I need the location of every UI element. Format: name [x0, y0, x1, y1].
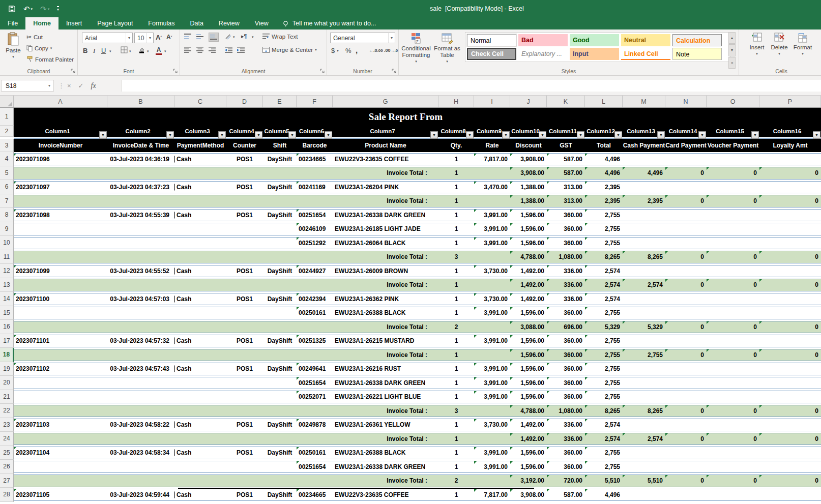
cell-O8[interactable]: [707, 210, 759, 221]
italic-button[interactable]: I: [93, 47, 95, 55]
cell-P20[interactable]: [759, 377, 821, 389]
filter-dropdown-icon[interactable]: ▼: [539, 131, 546, 139]
cell-K15[interactable]: 360.00: [547, 307, 585, 319]
cell-F19[interactable]: 00249641: [297, 363, 333, 375]
cell-A7[interactable]: [14, 195, 107, 207]
cell-D11[interactable]: [226, 251, 263, 263]
cell-M24[interactable]: 2,574: [623, 433, 665, 445]
filter-dropdown-icon[interactable]: ▼: [502, 131, 510, 139]
cell-G9[interactable]: EWU23A1-26185 LIGHT JADE: [333, 223, 438, 235]
cell-A17[interactable]: 2023071101: [14, 335, 107, 347]
cell-K24[interactable]: 336.00: [547, 433, 585, 445]
style-chip-normal[interactable]: Normal: [467, 34, 516, 46]
style-chip-check-cell[interactable]: Check Cell: [467, 48, 516, 60]
cell-C11[interactable]: [174, 251, 226, 263]
cell-N4[interactable]: [665, 154, 707, 165]
column-header-F[interactable]: F: [297, 96, 333, 107]
cell-H21[interactable]: 1: [438, 391, 474, 403]
filter-dropdown-icon[interactable]: ▼: [657, 131, 665, 139]
cell-K22[interactable]: 1,080.00: [547, 405, 585, 417]
cell-C14[interactable]: Cash: [174, 293, 226, 305]
cell-D17[interactable]: POS1: [226, 335, 263, 347]
cell-I6[interactable]: 3,470.00: [474, 182, 510, 193]
cell-K23[interactable]: 336.00: [547, 419, 585, 431]
cell-H25[interactable]: 1: [438, 447, 474, 459]
font-color-icon[interactable]: A: [156, 46, 162, 55]
cell-C9[interactable]: [174, 223, 226, 235]
cell-J18[interactable]: 1,596.00: [510, 349, 547, 361]
shrink-font-button[interactable]: Aˇ: [166, 34, 172, 41]
cell-F4[interactable]: 00234665: [297, 154, 333, 165]
cell-C26[interactable]: [174, 461, 226, 473]
undo-icon[interactable]: ↶▾: [23, 5, 33, 13]
cell-G27[interactable]: Invoice Total :: [333, 475, 438, 487]
cell-P18[interactable]: 0: [759, 349, 821, 361]
cell-H5[interactable]: 1: [438, 167, 474, 179]
cell-E25[interactable]: DayShift: [263, 447, 297, 459]
increase-decimal-icon[interactable]: ←.0.00: [369, 48, 383, 53]
cell-A11[interactable]: [14, 251, 107, 263]
font-dialog-launcher-icon[interactable]: [173, 69, 178, 74]
cell-F21[interactable]: 00252071: [297, 391, 333, 403]
styles-gallery-scrollbar[interactable]: ▲ ▼ ≡: [728, 32, 736, 69]
cell-C17[interactable]: Cash: [174, 335, 226, 347]
cell-D18[interactable]: [226, 349, 263, 361]
cell-P27[interactable]: 0: [759, 475, 821, 487]
cell-M19[interactable]: [623, 363, 665, 375]
cell-E13[interactable]: [263, 279, 297, 291]
cell-L5[interactable]: 4,496: [585, 167, 623, 179]
enter-icon[interactable]: ✓: [78, 82, 84, 90]
cell-K27[interactable]: 720.00: [547, 475, 585, 487]
cell-B28[interactable]: 03-Jul-2023 04:59:44: [107, 489, 174, 501]
cell-L26[interactable]: 2,755: [585, 461, 623, 473]
cell-L7[interactable]: 2,395: [585, 195, 623, 207]
cell-L10[interactable]: 2,755: [585, 238, 623, 249]
cell-M13[interactable]: 2,574: [623, 279, 665, 291]
cell-B13[interactable]: [107, 279, 174, 291]
cell-K4[interactable]: 587.00: [547, 154, 585, 165]
cell-O13[interactable]: 0: [707, 279, 759, 291]
cell-M17[interactable]: [623, 335, 665, 347]
cell-D21[interactable]: [226, 391, 263, 403]
cell-D26[interactable]: [226, 461, 263, 473]
font-family-select[interactable]: Arial▾: [82, 33, 133, 43]
cell-P19[interactable]: [759, 363, 821, 375]
cell-K11[interactable]: 1,080.00: [547, 251, 585, 263]
cell-I19[interactable]: 3,991.00: [474, 363, 510, 375]
cell-A6[interactable]: 2023071097: [14, 182, 107, 193]
row-header-23[interactable]: 23: [0, 418, 14, 432]
cell-P4[interactable]: [759, 154, 821, 165]
cell-D23[interactable]: POS1: [226, 419, 263, 431]
cell-L17[interactable]: 2,755: [585, 335, 623, 347]
cell-I14[interactable]: 3,730.00: [474, 293, 510, 305]
cell-C16[interactable]: [174, 321, 226, 333]
cell-N17[interactable]: [665, 335, 707, 347]
column-header-H[interactable]: H: [438, 96, 474, 107]
cell-E27[interactable]: [263, 475, 297, 487]
style-chip-good[interactable]: Good: [570, 34, 619, 46]
select-all-corner[interactable]: [0, 96, 14, 107]
cell-E9[interactable]: [263, 223, 297, 235]
tab-view[interactable]: View: [247, 17, 276, 29]
cell-A12[interactable]: 2023071099: [14, 265, 107, 277]
cell-M16[interactable]: 5,329: [623, 321, 665, 333]
row-header-18[interactable]: 18: [0, 348, 14, 362]
cell-A22[interactable]: [14, 405, 107, 417]
cell-L8[interactable]: 2,755: [585, 210, 623, 221]
font-color-dropdown-icon[interactable]: ▾: [164, 49, 166, 53]
borders-icon[interactable]: [121, 46, 128, 53]
filter-dropdown-icon[interactable]: ▼: [698, 131, 706, 139]
cell-D5[interactable]: [226, 167, 263, 179]
cell-I24[interactable]: [474, 433, 510, 445]
column-header-P[interactable]: P: [759, 96, 821, 107]
row-header-27[interactable]: 27: [0, 474, 14, 488]
column-header-A[interactable]: A: [14, 96, 107, 107]
cell-C23[interactable]: Cash: [174, 419, 226, 431]
tab-file[interactable]: File: [0, 17, 25, 29]
cell-H8[interactable]: 1: [438, 210, 474, 221]
cell-P16[interactable]: 0: [759, 321, 821, 333]
cell-B22[interactable]: [107, 405, 174, 417]
cell-A27[interactable]: [14, 475, 107, 487]
cell-N6[interactable]: [665, 182, 707, 193]
format-cells-button[interactable]: Format▾: [791, 32, 814, 56]
